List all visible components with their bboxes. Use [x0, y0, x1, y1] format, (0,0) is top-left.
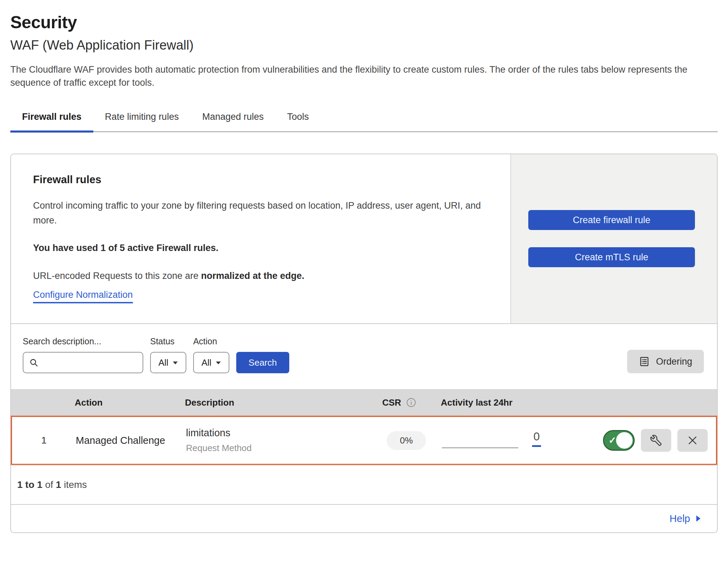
rule-action: Managed Challenge [76, 435, 186, 446]
ordering-button-label: Ordering [656, 356, 692, 367]
status-select-value: All [158, 357, 168, 368]
pagination-items: items [61, 479, 87, 490]
csr-badge: 0% [387, 431, 426, 450]
normalization-note: URL-encoded Requests to this zone are no… [33, 271, 486, 281]
rule-csr-cell: 0% [374, 431, 439, 450]
search-field-group: Search description... [23, 336, 143, 373]
tab-tools[interactable]: Tools [275, 107, 321, 133]
security-waf-page: Security WAF (Web Application Firewall) … [0, 0, 728, 533]
header-activity: Activity last 24hr [438, 397, 572, 408]
page-title: Security [10, 12, 718, 32]
search-input[interactable] [43, 357, 137, 368]
firewall-rules-card: Firewall rules Control incoming traffic … [11, 154, 717, 324]
panel-footer: Help [11, 504, 717, 532]
create-mtls-rule-button[interactable]: Create mTLS rule [528, 247, 695, 267]
tab-firewall-rules[interactable]: Firewall rules [10, 107, 93, 133]
rule-activity-cell: 0 [439, 430, 573, 451]
usage-summary: You have used 1 of 5 active Firewall rul… [33, 243, 486, 253]
pagination-summary: 1 to 1 of 1 items [11, 465, 717, 504]
firewall-rules-card-body: Firewall rules Control incoming traffic … [11, 154, 510, 323]
header-description: Description [185, 397, 373, 408]
arrow-right-icon [696, 515, 701, 522]
pagination-of: of [42, 479, 56, 490]
pagination-total: 1 [56, 479, 61, 490]
create-firewall-rule-button[interactable]: Create firewall rule [528, 210, 695, 230]
page-description: The Cloudflare WAF provides both automat… [10, 63, 716, 90]
chevron-down-icon [216, 361, 221, 365]
status-field-label: Status [150, 336, 186, 346]
header-csr-label: CSR [382, 397, 401, 408]
close-icon [687, 435, 698, 446]
header-csr: CSR [373, 397, 438, 408]
ordering-button[interactable]: Ordering [627, 350, 704, 373]
search-button[interactable]: Search [236, 352, 289, 373]
rule-description-cell: limitations Request Method [186, 427, 374, 453]
card-actions-sidebar: Create firewall rule Create mTLS rule [510, 154, 717, 323]
activity-count-link[interactable]: 0 [532, 430, 541, 447]
page-subtitle: WAF (Web Application Firewall) [10, 38, 718, 53]
tab-rate-limiting-rules[interactable]: Rate limiting rules [93, 107, 191, 133]
configure-normalization-link[interactable]: Configure Normalization [33, 290, 133, 303]
action-select-value: All [201, 357, 211, 368]
info-icon[interactable] [406, 397, 416, 408]
rules-tab-bar: Firewall rules Rate limiting rules Manag… [10, 107, 718, 132]
status-field-group: Status All [150, 336, 186, 373]
tab-managed-rules[interactable]: Managed rules [190, 107, 275, 133]
pagination-range: 1 to 1 [17, 479, 42, 490]
help-link-label: Help [669, 513, 690, 524]
rules-table-header: Action Description CSR Activity last 24h… [11, 389, 717, 416]
search-field-label: Search description... [23, 336, 143, 346]
list-icon [639, 356, 650, 367]
filter-toolbar: Search description... Status All [11, 324, 717, 389]
rule-enabled-toggle[interactable]: ✓ [603, 430, 635, 451]
chevron-down-icon [173, 361, 178, 365]
rule-controls-cell: ✓ [573, 429, 716, 452]
action-select[interactable]: All [193, 352, 229, 373]
firewall-rule-row[interactable]: 1 Managed Challenge limitations Request … [11, 416, 717, 465]
search-input-box [23, 352, 143, 373]
toggle-knob [616, 432, 633, 449]
rule-expression: Request Method [186, 443, 374, 453]
wrench-icon [650, 434, 662, 447]
edit-rule-button[interactable] [641, 429, 671, 452]
normalization-note-bold: normalized at the edge. [201, 271, 304, 281]
normalization-note-text: URL-encoded Requests to this zone are [33, 271, 201, 281]
card-description: Control incoming traffic to your zone by… [33, 198, 486, 228]
activity-sparkline [442, 447, 518, 448]
rule-description: limitations [186, 427, 374, 439]
card-title: Firewall rules [33, 174, 486, 186]
action-field-label: Action [193, 336, 229, 346]
header-action: Action [75, 397, 185, 408]
status-select[interactable]: All [150, 352, 186, 373]
check-icon: ✓ [609, 435, 616, 446]
firewall-rules-panel: Firewall rules Control incoming traffic … [10, 154, 718, 533]
rule-order: 1 [12, 435, 76, 446]
search-icon [29, 358, 39, 367]
delete-rule-button[interactable] [677, 429, 708, 452]
action-field-group: Action All [193, 336, 229, 373]
help-link[interactable]: Help [669, 513, 701, 524]
